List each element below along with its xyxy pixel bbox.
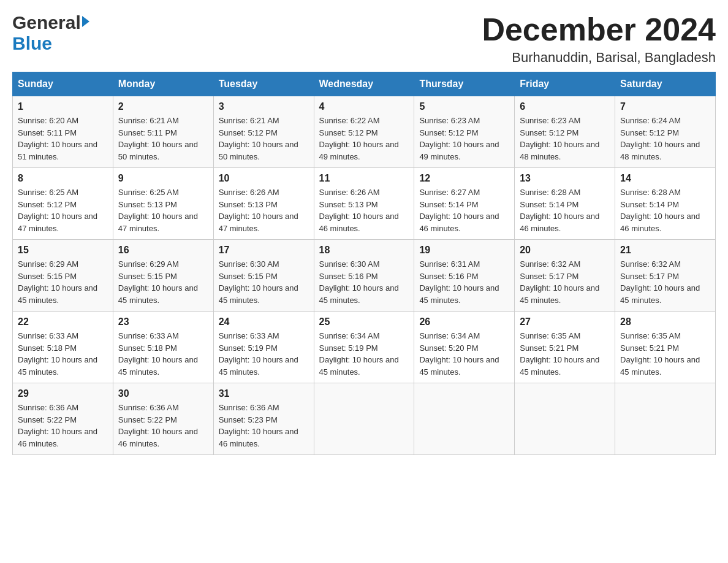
day-number: 19 [419, 245, 509, 256]
day-info: Sunrise: 6:27 AMSunset: 5:14 PMDaylight:… [419, 186, 509, 234]
calendar-day-cell: 18Sunrise: 6:30 AMSunset: 5:16 PMDayligh… [314, 240, 414, 312]
day-info: Sunrise: 6:36 AMSunset: 5:23 PMDaylight:… [219, 402, 309, 450]
day-number: 27 [520, 316, 610, 327]
day-info: Sunrise: 6:28 AMSunset: 5:14 PMDaylight:… [520, 186, 610, 234]
calendar-day-cell: 20Sunrise: 6:32 AMSunset: 5:17 PMDayligh… [515, 240, 615, 312]
day-number: 13 [520, 173, 610, 184]
calendar-table: SundayMondayTuesdayWednesdayThursdayFrid… [12, 72, 716, 455]
day-number: 18 [319, 245, 409, 256]
day-number: 21 [620, 245, 710, 256]
calendar-day-cell: 15Sunrise: 6:29 AMSunset: 5:15 PMDayligh… [13, 240, 113, 312]
calendar-day-cell: 9Sunrise: 6:25 AMSunset: 5:13 PMDaylight… [113, 168, 213, 240]
calendar-day-cell: 3Sunrise: 6:21 AMSunset: 5:12 PMDaylight… [213, 96, 314, 168]
day-info: Sunrise: 6:21 AMSunset: 5:11 PMDaylight:… [118, 115, 208, 163]
calendar-day-cell: 24Sunrise: 6:33 AMSunset: 5:19 PMDayligh… [213, 312, 314, 383]
calendar-day-cell: 26Sunrise: 6:34 AMSunset: 5:20 PMDayligh… [414, 312, 515, 383]
day-number: 20 [520, 245, 610, 256]
calendar-day-cell [615, 383, 716, 455]
weekday-header-friday: Friday [515, 72, 615, 96]
calendar-day-cell: 6Sunrise: 6:23 AMSunset: 5:12 PMDaylight… [515, 96, 615, 168]
day-number: 24 [219, 316, 309, 327]
calendar-day-cell: 1Sunrise: 6:20 AMSunset: 5:11 PMDaylight… [13, 96, 113, 168]
calendar-day-cell: 23Sunrise: 6:33 AMSunset: 5:18 PMDayligh… [113, 312, 213, 383]
day-info: Sunrise: 6:28 AMSunset: 5:14 PMDaylight:… [620, 186, 710, 234]
day-info: Sunrise: 6:26 AMSunset: 5:13 PMDaylight:… [319, 186, 409, 234]
weekday-header-row: SundayMondayTuesdayWednesdayThursdayFrid… [13, 72, 716, 96]
calendar-week-row: 22Sunrise: 6:33 AMSunset: 5:18 PMDayligh… [13, 312, 716, 383]
location-title: Burhanuddin, Barisal, Bangladesh [482, 50, 716, 66]
day-info: Sunrise: 6:30 AMSunset: 5:15 PMDaylight:… [219, 258, 309, 306]
logo-blue-text: Blue [12, 33, 52, 54]
day-number: 17 [219, 245, 309, 256]
calendar-day-cell: 28Sunrise: 6:35 AMSunset: 5:21 PMDayligh… [615, 312, 716, 383]
day-number: 30 [118, 388, 208, 399]
day-info: Sunrise: 6:29 AMSunset: 5:15 PMDaylight:… [18, 258, 108, 306]
day-info: Sunrise: 6:32 AMSunset: 5:17 PMDaylight:… [620, 258, 710, 306]
day-number: 7 [620, 101, 710, 112]
calendar-day-cell: 30Sunrise: 6:36 AMSunset: 5:22 PMDayligh… [113, 383, 213, 455]
weekday-header-thursday: Thursday [414, 72, 515, 96]
logo-general-text: General [12, 12, 81, 33]
weekday-header-monday: Monday [113, 72, 213, 96]
calendar-day-cell: 8Sunrise: 6:25 AMSunset: 5:12 PMDaylight… [13, 168, 113, 240]
calendar-day-cell: 2Sunrise: 6:21 AMSunset: 5:11 PMDaylight… [113, 96, 213, 168]
day-number: 9 [118, 173, 208, 184]
day-info: Sunrise: 6:26 AMSunset: 5:13 PMDaylight:… [219, 186, 309, 234]
day-info: Sunrise: 6:24 AMSunset: 5:12 PMDaylight:… [620, 115, 710, 163]
calendar-day-cell: 7Sunrise: 6:24 AMSunset: 5:12 PMDaylight… [615, 96, 716, 168]
day-info: Sunrise: 6:32 AMSunset: 5:17 PMDaylight:… [520, 258, 610, 306]
day-info: Sunrise: 6:35 AMSunset: 5:21 PMDaylight:… [520, 330, 610, 378]
day-info: Sunrise: 6:33 AMSunset: 5:19 PMDaylight:… [219, 330, 309, 378]
calendar-header: SundayMondayTuesdayWednesdayThursdayFrid… [13, 72, 716, 96]
day-info: Sunrise: 6:21 AMSunset: 5:12 PMDaylight:… [219, 115, 309, 163]
day-number: 22 [18, 316, 108, 327]
day-info: Sunrise: 6:30 AMSunset: 5:16 PMDaylight:… [319, 258, 409, 306]
calendar-day-cell: 29Sunrise: 6:36 AMSunset: 5:22 PMDayligh… [13, 383, 113, 455]
calendar-day-cell: 11Sunrise: 6:26 AMSunset: 5:13 PMDayligh… [314, 168, 414, 240]
calendar-day-cell [314, 383, 414, 455]
calendar-day-cell: 17Sunrise: 6:30 AMSunset: 5:15 PMDayligh… [213, 240, 314, 312]
page-header: General Blue December 2024 Burhanuddin, … [12, 12, 716, 66]
day-number: 8 [18, 173, 108, 184]
calendar-day-cell [414, 383, 515, 455]
calendar-day-cell: 22Sunrise: 6:33 AMSunset: 5:18 PMDayligh… [13, 312, 113, 383]
weekday-header-sunday: Sunday [13, 72, 113, 96]
calendar-day-cell: 4Sunrise: 6:22 AMSunset: 5:12 PMDaylight… [314, 96, 414, 168]
calendar-week-row: 15Sunrise: 6:29 AMSunset: 5:15 PMDayligh… [13, 240, 716, 312]
day-number: 12 [419, 173, 509, 184]
calendar-day-cell: 25Sunrise: 6:34 AMSunset: 5:19 PMDayligh… [314, 312, 414, 383]
day-number: 26 [419, 316, 509, 327]
day-info: Sunrise: 6:35 AMSunset: 5:21 PMDaylight:… [620, 330, 710, 378]
calendar-day-cell [515, 383, 615, 455]
calendar-day-cell: 16Sunrise: 6:29 AMSunset: 5:15 PMDayligh… [113, 240, 213, 312]
calendar-day-cell: 14Sunrise: 6:28 AMSunset: 5:14 PMDayligh… [615, 168, 716, 240]
day-number: 14 [620, 173, 710, 184]
logo: General Blue [12, 12, 89, 54]
day-number: 31 [219, 388, 309, 399]
weekday-header-tuesday: Tuesday [213, 72, 314, 96]
calendar-day-cell: 5Sunrise: 6:23 AMSunset: 5:12 PMDaylight… [414, 96, 515, 168]
calendar-day-cell: 12Sunrise: 6:27 AMSunset: 5:14 PMDayligh… [414, 168, 515, 240]
day-info: Sunrise: 6:23 AMSunset: 5:12 PMDaylight:… [520, 115, 610, 163]
calendar-week-row: 29Sunrise: 6:36 AMSunset: 5:22 PMDayligh… [13, 383, 716, 455]
day-number: 6 [520, 101, 610, 112]
calendar-day-cell: 31Sunrise: 6:36 AMSunset: 5:23 PMDayligh… [213, 383, 314, 455]
calendar-week-row: 8Sunrise: 6:25 AMSunset: 5:12 PMDaylight… [13, 168, 716, 240]
day-number: 16 [118, 245, 208, 256]
day-number: 15 [18, 245, 108, 256]
day-info: Sunrise: 6:34 AMSunset: 5:20 PMDaylight:… [419, 330, 509, 378]
calendar-day-cell: 10Sunrise: 6:26 AMSunset: 5:13 PMDayligh… [213, 168, 314, 240]
calendar-day-cell: 27Sunrise: 6:35 AMSunset: 5:21 PMDayligh… [515, 312, 615, 383]
day-number: 10 [219, 173, 309, 184]
day-info: Sunrise: 6:33 AMSunset: 5:18 PMDaylight:… [118, 330, 208, 378]
weekday-header-wednesday: Wednesday [314, 72, 414, 96]
day-number: 1 [18, 101, 108, 112]
day-number: 25 [319, 316, 409, 327]
day-number: 5 [419, 101, 509, 112]
day-info: Sunrise: 6:34 AMSunset: 5:19 PMDaylight:… [319, 330, 409, 378]
title-block: December 2024 Burhanuddin, Barisal, Bang… [482, 12, 716, 66]
month-title: December 2024 [482, 12, 716, 47]
calendar-day-cell: 13Sunrise: 6:28 AMSunset: 5:14 PMDayligh… [515, 168, 615, 240]
day-info: Sunrise: 6:25 AMSunset: 5:12 PMDaylight:… [18, 186, 108, 234]
day-number: 2 [118, 101, 208, 112]
